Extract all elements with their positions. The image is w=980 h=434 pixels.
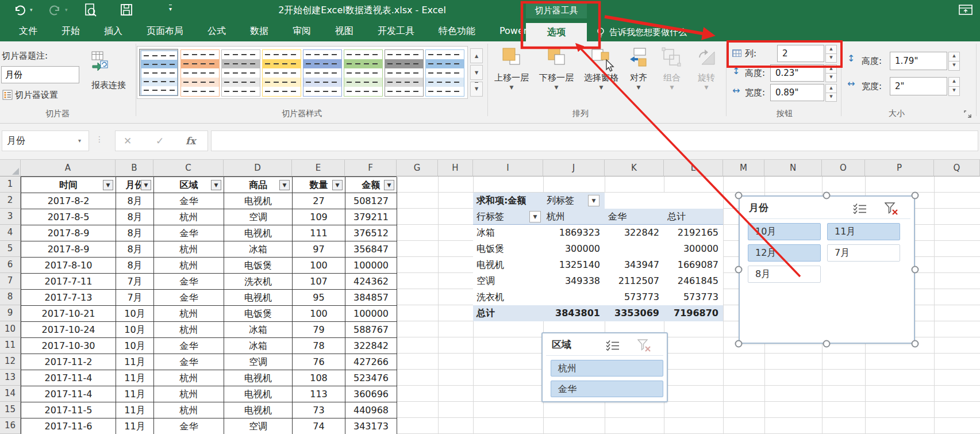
row-header[interactable]: 15 (0, 402, 21, 418)
table-cell[interactable]: 100000 (345, 258, 397, 274)
field-value-input[interactable]: 0.23" (770, 64, 824, 82)
table-header-cell[interactable]: 月份▼ (116, 177, 154, 193)
table-cell[interactable]: 2017-8-10 (21, 258, 116, 274)
redo-icon[interactable] (48, 5, 62, 16)
name-box[interactable]: 月份 ▾ (2, 130, 89, 151)
row-header[interactable]: 7 (0, 273, 21, 289)
field-spinner[interactable]: ▲▼ (948, 52, 960, 70)
filter-dropdown-icon[interactable]: ▼ (141, 180, 151, 190)
row-header[interactable]: 14 (0, 386, 21, 402)
row-header[interactable]: 3 (0, 209, 21, 225)
table-cell[interactable]: 2017-11-6 (21, 418, 116, 434)
table-cell[interactable]: 8月 (116, 241, 154, 258)
table-cell[interactable]: 2017-7-13 (21, 290, 116, 306)
column-header[interactable]: C (153, 160, 224, 176)
field-value-input[interactable]: 2 (777, 45, 824, 62)
selection-handle[interactable] (912, 340, 919, 348)
slicer-style-tile[interactable] (221, 49, 259, 95)
slicer-style-tile[interactable] (140, 49, 178, 95)
table-cell[interactable]: 360696 (345, 386, 397, 402)
table-cell[interactable]: 8月 (116, 258, 154, 274)
table-cell[interactable]: 427266 (345, 354, 397, 370)
group-button[interactable]: 组合 ▼ (655, 44, 689, 103)
insert-function-icon[interactable]: fx (186, 131, 195, 151)
slicer-style-tile[interactable] (425, 49, 463, 95)
field-spinner[interactable]: ▲▼ (825, 45, 837, 62)
table-cell[interactable]: 76 (293, 354, 345, 370)
column-header[interactable]: A (21, 160, 116, 176)
table-cell[interactable]: 空调 (224, 354, 293, 370)
ribbon-tab[interactable]: 开发工具 (366, 21, 426, 41)
selection-handle[interactable] (912, 266, 919, 274)
clear-filter-icon[interactable] (637, 339, 651, 352)
table-cell[interactable]: 100000 (345, 306, 397, 322)
size-dialog-launcher-icon[interactable] (963, 110, 971, 118)
table-cell[interactable]: 空调 (224, 209, 293, 225)
table-cell[interactable]: 金华 (154, 274, 224, 290)
redo-dropdown-icon[interactable]: ▾ (65, 7, 68, 13)
name-box-dropdown-icon[interactable]: ▾ (78, 131, 81, 151)
table-cell[interactable]: 2017-10-21 (21, 306, 116, 322)
table-cell[interactable]: 2017-8-9 (21, 241, 116, 258)
ribbon-tab[interactable]: 审阅 (280, 21, 323, 41)
bring-forward-button[interactable]: 上移一层 ▼ (489, 44, 534, 103)
rotate-button[interactable]: 旋转 ▼ (690, 44, 723, 103)
table-cell[interactable]: 8月 (116, 225, 154, 241)
table-cell[interactable]: 2017-8-2 (21, 193, 116, 209)
table-cell[interactable]: 11月 (116, 402, 154, 418)
table-header-cell[interactable]: 金额▼ (345, 177, 397, 193)
table-cell[interactable]: 376512 (345, 225, 397, 241)
chevron-down-icon[interactable]: ▼ (489, 84, 534, 91)
table-cell[interactable]: 107 (293, 274, 345, 290)
table-cell[interactable]: 111 (293, 225, 345, 241)
table-cell[interactable]: 电饭煲 (224, 306, 293, 322)
slicer-button[interactable]: 金华 (551, 381, 663, 397)
column-header[interactable]: E (292, 160, 345, 176)
row-header[interactable]: 9 (0, 305, 21, 321)
table-cell[interactable]: 电视机 (224, 225, 293, 241)
table-cell[interactable]: 金华 (154, 418, 224, 434)
select-all-corner[interactable] (0, 160, 21, 176)
filter-dropdown-icon[interactable]: ▼ (211, 180, 221, 190)
selection-handle[interactable] (823, 192, 831, 199)
undo-icon[interactable] (13, 5, 26, 16)
table-cell[interactable]: 杭州 (154, 306, 224, 322)
table-header-cell[interactable]: 商品▼ (224, 177, 293, 193)
report-connections-button[interactable]: 报表连接 (84, 79, 133, 91)
table-cell[interactable]: 109 (293, 209, 345, 225)
selection-handle[interactable] (735, 340, 743, 348)
table-cell[interactable]: 113 (293, 386, 345, 402)
slicer-settings-button[interactable]: 切片器设置 (15, 89, 58, 101)
table-cell[interactable]: 冰箱 (224, 338, 293, 354)
table-cell[interactable]: 金华 (154, 354, 224, 370)
table-cell[interactable]: 10月 (116, 338, 154, 354)
table-cell[interactable]: 2017-11-2 (21, 354, 116, 370)
filter-dropdown-icon[interactable]: ▼ (588, 195, 599, 206)
table-header-cell[interactable]: 时间▼ (21, 177, 116, 193)
column-header[interactable]: M (723, 160, 764, 176)
table-cell[interactable]: 79 (293, 322, 345, 338)
column-header[interactable]: D (224, 160, 292, 176)
table-cell[interactable]: 2017-10-30 (21, 338, 116, 354)
table-cell[interactable]: 379211 (345, 209, 397, 225)
slicer-button[interactable]: 7月 (827, 244, 900, 262)
field-spinner[interactable]: ▲▼ (825, 64, 837, 82)
table-cell[interactable]: 杭州 (154, 370, 224, 386)
table-cell[interactable]: 10月 (116, 306, 154, 322)
gallery-scroll-down-icon[interactable]: ▼ (470, 65, 483, 80)
table-cell[interactable]: 电视机 (224, 193, 293, 209)
slicer-style-tile[interactable] (385, 49, 422, 95)
print-preview-icon[interactable] (84, 3, 98, 17)
selection-handle[interactable] (823, 340, 831, 348)
multi-select-icon[interactable] (606, 340, 620, 351)
selection-handle[interactable] (912, 192, 919, 199)
column-header[interactable]: K (605, 160, 664, 176)
field-value-input[interactable]: 1.79" (890, 52, 947, 70)
table-cell[interactable]: 2017-11-4 (21, 370, 116, 386)
slicer-style-tile[interactable] (262, 49, 300, 95)
filter-dropdown-icon[interactable]: ▼ (332, 180, 343, 190)
table-cell[interactable]: 杭州 (154, 209, 224, 225)
table-cell[interactable]: 10月 (116, 322, 154, 338)
row-header[interactable]: 2 (0, 193, 21, 209)
table-header-cell[interactable]: 区域▼ (154, 177, 224, 193)
